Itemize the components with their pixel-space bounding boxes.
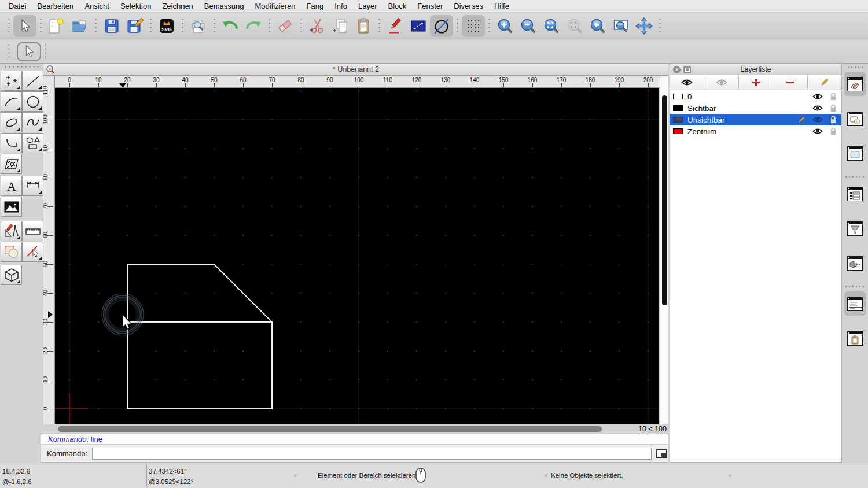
toolbar-handle[interactable] bbox=[8, 17, 10, 35]
menu-item-fenster[interactable]: Fenster bbox=[415, 2, 444, 10]
dimension-tool-button[interactable] bbox=[22, 176, 43, 196]
draw-order-distance-button[interactable] bbox=[407, 15, 430, 37]
library-browser-panel-button[interactable] bbox=[844, 251, 866, 275]
layer-visibility-eye-icon[interactable] bbox=[812, 128, 823, 135]
layer-color-swatch[interactable] bbox=[673, 128, 683, 134]
layer-visibility-eye-icon[interactable] bbox=[812, 105, 823, 112]
info-measure-tool-button[interactable] bbox=[22, 221, 43, 241]
construction-layer-button[interactable] bbox=[430, 15, 453, 37]
layer-row-unsichtbar[interactable]: Unsichtbar bbox=[670, 114, 841, 125]
edit-pencil-button[interactable] bbox=[384, 15, 407, 37]
layer-visibility-eye-icon[interactable] bbox=[812, 93, 823, 100]
remove-layer-button[interactable] bbox=[773, 75, 807, 90]
pan-button[interactable] bbox=[632, 15, 656, 37]
layer-visibility-eye-icon[interactable] bbox=[812, 116, 823, 123]
drawing-canvas[interactable] bbox=[55, 88, 659, 424]
menu-item-fang[interactable]: Fang bbox=[305, 2, 326, 10]
explode-boolean-tool-button[interactable] bbox=[1, 242, 22, 262]
layer-editing-pencil-icon[interactable] bbox=[797, 116, 806, 124]
modify-tool-button[interactable] bbox=[1, 221, 22, 241]
menu-item-block[interactable]: Block bbox=[386, 2, 408, 10]
view-list-panel-button[interactable] bbox=[844, 141, 866, 165]
menu-item-bearbeiten[interactable]: Bearbeiten bbox=[35, 2, 75, 10]
hide-all-layers-button[interactable] bbox=[704, 75, 738, 90]
menu-item-selektion[interactable]: Selektion bbox=[119, 2, 153, 10]
polyline-tool-button[interactable] bbox=[1, 133, 22, 153]
auto-zoom-button[interactable] bbox=[540, 15, 563, 37]
redo-button[interactable] bbox=[242, 15, 265, 37]
layer-list-panel-button[interactable] bbox=[844, 72, 866, 96]
layer-row-sichtbar[interactable]: Sichtbar bbox=[670, 102, 841, 114]
menu-item-diverses[interactable]: Diverses bbox=[452, 2, 485, 10]
previous-view-button[interactable] bbox=[586, 15, 609, 37]
circle-tool-button[interactable] bbox=[22, 91, 43, 112]
menu-item-layer[interactable]: Layer bbox=[356, 2, 379, 10]
copy-button[interactable] bbox=[329, 15, 352, 37]
modify-trim-tool-button[interactable] bbox=[22, 242, 43, 262]
shape-tool-button[interactable] bbox=[22, 133, 43, 153]
selection-pointer-button[interactable] bbox=[13, 15, 36, 37]
layer-color-swatch[interactable] bbox=[673, 94, 683, 99]
toolbar-handle[interactable] bbox=[8, 43, 10, 60]
block-list-panel-button[interactable] bbox=[844, 106, 866, 131]
vertical-scrollbar[interactable] bbox=[660, 76, 668, 424]
menu-item-info[interactable]: Info bbox=[333, 2, 349, 10]
dock-handle[interactable] bbox=[847, 66, 864, 68]
command-line-panel-button[interactable] bbox=[844, 291, 866, 316]
points-tool-button[interactable] bbox=[1, 71, 22, 91]
svg-export-button[interactable]: SVG bbox=[155, 15, 178, 37]
layer-color-swatch[interactable] bbox=[673, 105, 683, 111]
layer-lock-icon[interactable] bbox=[830, 127, 837, 135]
document-title-bar[interactable]: * Unbenannt 2 bbox=[43, 64, 668, 76]
ellipse-tool-button[interactable] bbox=[1, 112, 22, 132]
new-file-button[interactable] bbox=[45, 15, 68, 37]
spline-tool-button[interactable] bbox=[22, 112, 43, 132]
layer-row-0[interactable]: 0 bbox=[670, 91, 841, 102]
print-preview-button[interactable] bbox=[187, 15, 210, 37]
command-options-button[interactable] bbox=[656, 449, 667, 458]
text-tool-button[interactable]: A bbox=[1, 176, 22, 196]
vertical-scrollbar-thumb[interactable] bbox=[662, 95, 667, 305]
property-editor-panel-button[interactable] bbox=[844, 182, 866, 206]
line-tool-button[interactable] bbox=[22, 71, 43, 91]
menu-item-ansicht[interactable]: Ansicht bbox=[83, 2, 111, 10]
layer-lock-icon[interactable] bbox=[830, 116, 837, 124]
layer-lock-icon[interactable] bbox=[830, 93, 837, 101]
selection-filter-panel-button[interactable] bbox=[844, 216, 866, 241]
layer-row-zentrum[interactable]: Zentrum bbox=[670, 125, 841, 137]
undo-button[interactable] bbox=[219, 15, 242, 37]
layer-color-swatch[interactable] bbox=[673, 117, 683, 123]
options-selection-pointer-button[interactable] bbox=[17, 42, 41, 61]
cut-button[interactable] bbox=[306, 15, 329, 37]
paste-button[interactable] bbox=[352, 15, 375, 37]
menu-item-zeichnen[interactable]: Zeichnen bbox=[160, 2, 194, 10]
show-all-layers-button[interactable] bbox=[670, 75, 704, 90]
arc-tool-button[interactable] bbox=[1, 91, 22, 112]
edit-layer-button[interactable] bbox=[808, 75, 841, 90]
zoom-in-button[interactable] bbox=[494, 15, 517, 37]
grid-icon bbox=[465, 17, 482, 35]
horizontal-scrollbar[interactable]: 10 < 100 bbox=[43, 424, 668, 434]
zoom-out-button[interactable] bbox=[517, 15, 540, 37]
menu-item-modifizieren[interactable]: Modifizieren bbox=[253, 2, 297, 10]
layer-panel-title-bar[interactable]: ✕ Layerliste bbox=[670, 64, 841, 75]
menu-item-hilfe[interactable]: Hilfe bbox=[492, 2, 511, 10]
palette-handle[interactable] bbox=[3, 66, 39, 68]
image-tool-button[interactable] bbox=[1, 197, 22, 217]
command-input[interactable] bbox=[92, 448, 652, 460]
hatch-tool-button[interactable] bbox=[1, 154, 22, 174]
open-file-button[interactable] bbox=[68, 15, 91, 37]
horizontal-scrollbar-thumb[interactable] bbox=[58, 426, 602, 432]
menu-item-datei[interactable]: Datei bbox=[7, 2, 28, 10]
zoom-window-button[interactable] bbox=[609, 15, 632, 37]
solid-3d-tool-button[interactable] bbox=[1, 265, 22, 285]
zoom-selection-button[interactable] bbox=[563, 15, 586, 37]
add-layer-button[interactable] bbox=[739, 75, 773, 90]
save-as-button[interactable] bbox=[123, 15, 146, 37]
grid-toggle-button[interactable] bbox=[462, 15, 485, 37]
layer-lock-icon[interactable] bbox=[830, 104, 837, 112]
clipboard-panel-button[interactable] bbox=[844, 326, 866, 350]
menu-item-bemassung[interactable]: Bemassung bbox=[203, 2, 246, 10]
delete-eraser-button[interactable] bbox=[274, 15, 297, 37]
save-button[interactable] bbox=[100, 15, 123, 37]
